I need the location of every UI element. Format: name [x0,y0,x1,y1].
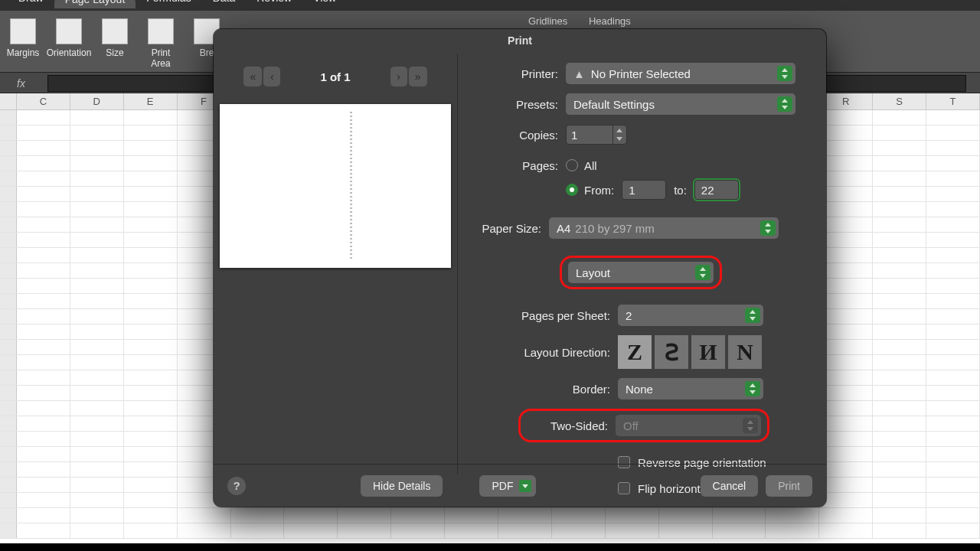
tab-draw[interactable]: Draw [8,0,54,8]
dialog-title: Print [214,29,826,52]
pages-all-label: All [584,159,597,172]
pages-per-sheet-select[interactable]: 2 [618,305,763,326]
copies-input[interactable] [566,125,613,145]
print-button[interactable]: Print [766,475,812,497]
headings-label: Headings [589,15,631,27]
layout-highlight: Layout [560,256,722,289]
first-page-button[interactable]: « [243,67,262,86]
last-page-button[interactable]: » [409,67,427,86]
border-label: Border: [466,383,618,396]
pages-from-input[interactable] [622,180,666,200]
layout-direction-group: Z Ƨ И N [618,335,762,369]
two-sided-label: Two-Sided: [527,419,616,432]
dialog-bottom-bar: ? Hide Details PDF Cancel Print [214,464,826,507]
pages-label: Pages: [466,159,566,172]
ribbon-size[interactable]: Size [92,15,138,58]
prev-page-button[interactable]: ‹ [263,67,280,86]
section-select[interactable]: Layout [568,262,714,283]
pdf-menu-button[interactable]: PDF [479,475,536,497]
paper-size-select[interactable]: A4210 by 297 mm [549,217,779,239]
page-indicator: 1 of 1 [320,70,350,83]
gridlines-label: Gridlines [528,15,567,27]
ribbon-margins[interactable]: Margins [0,15,46,58]
layout-dir-n2[interactable]: N [728,335,762,369]
copies-stepper[interactable] [566,125,627,145]
tab-data[interactable]: Data [202,0,247,8]
layout-dir-n1[interactable]: И [691,335,725,369]
presets-label: Presets: [466,98,566,111]
next-page-button[interactable]: › [390,67,407,86]
printer-label: Printer: [466,67,566,80]
tab-review[interactable]: Review [246,0,302,8]
ribbon-orientation[interactable]: Orientation [46,15,92,58]
preview-pane: « ‹ 1 of 1 › » [214,58,457,471]
two-sided-select: Off [616,415,761,436]
layout-dir-s[interactable]: Ƨ [655,335,688,369]
pages-range-radio[interactable] [566,184,578,196]
border-select[interactable]: None [618,378,763,399]
to-label: to: [674,184,687,197]
pages-to-input[interactable] [694,180,739,200]
tab-page-layout[interactable]: Page Layout [54,0,136,8]
fx-label: fx [17,77,25,90]
cancel-button[interactable]: Cancel [701,475,759,497]
help-button[interactable]: ? [227,477,246,495]
chevron-down-icon [519,480,531,492]
tab-view[interactable]: View [302,0,347,8]
ribbon-print-area[interactable]: Print Area [138,15,184,69]
print-dialog: Print « ‹ 1 of 1 › » Printer: ▲ No Print… [214,29,826,507]
paper-size-label: Paper Size: [466,222,549,235]
ribbon-tab-strip: Draw Page Layout Formulas Data Review Vi… [0,0,980,11]
presets-select[interactable]: Default Settings [566,93,795,115]
preview-page [220,104,451,268]
layout-dir-z[interactable]: Z [618,335,652,369]
print-options-form: Printer: ▲ No Printer Selected Presets: … [466,63,815,508]
layout-dir-label: Layout Direction: [466,346,618,359]
warning-icon: ▲ [573,67,585,80]
printer-select[interactable]: ▲ No Printer Selected [566,63,795,84]
from-label: From: [584,184,614,197]
copies-label: Copies: [466,129,566,142]
tab-formulas[interactable]: Formulas [136,0,201,8]
two-sided-highlight: Two-Sided: Off [518,409,769,442]
hide-details-button[interactable]: Hide Details [361,475,443,497]
pages-all-radio[interactable] [566,159,578,171]
pps-label: Pages per Sheet: [466,309,618,322]
